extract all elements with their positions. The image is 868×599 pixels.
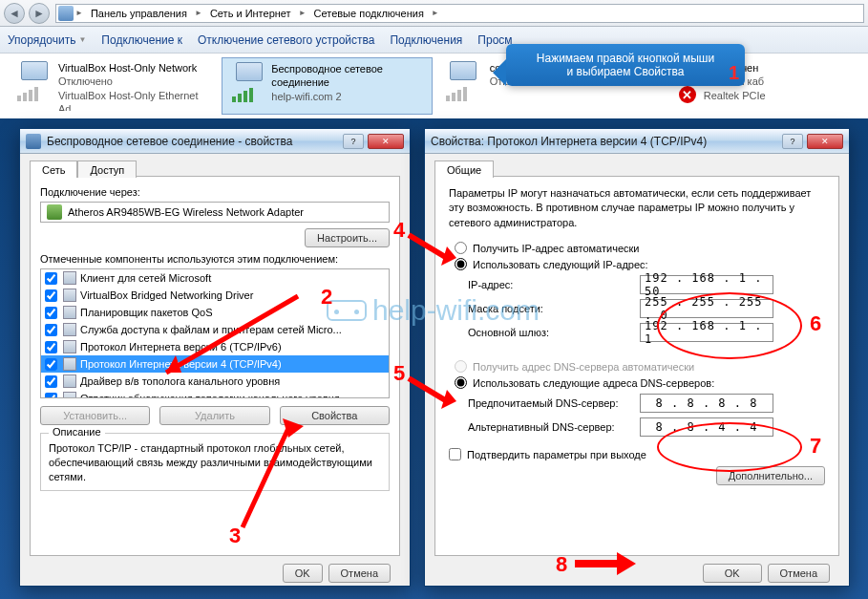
red-oval-dns — [657, 422, 802, 472]
annotation-1: 1 — [729, 62, 739, 84]
component-icon — [63, 357, 76, 371]
conn-device: VirtualBox Host-Only Ethernet Ad... — [58, 89, 210, 111]
arrow-4-icon — [405, 229, 458, 267]
ipv4-description: Параметры IP могут назначаться автоматич… — [449, 186, 825, 230]
radio-ip-manual[interactable]: Использовать следующий IP-адрес: — [455, 258, 825, 270]
tb-rename[interactable]: Подключения — [390, 33, 462, 47]
install-button[interactable]: Установить... — [40, 406, 150, 425]
tab-network[interactable]: Сеть — [30, 160, 77, 178]
network-adapter-icon — [444, 61, 484, 101]
conn-name: VirtualBox Host-Only Network — [58, 61, 210, 75]
disconnected-icon: ✕ — [679, 86, 696, 103]
annotation-6: 6 — [810, 311, 821, 336]
cancel-button[interactable]: Отмена — [328, 564, 391, 583]
cancel-button[interactable]: Отмена — [768, 564, 830, 583]
dialog-title: Беспроводное сетевое соединение - свойст… — [47, 135, 293, 148]
address-bar: ◄ ► ► Панель управления ► Сеть и Интерне… — [0, 0, 868, 27]
component-icon — [63, 323, 76, 336]
description-text: Протокол TCP/IP - стандартный протокол г… — [49, 441, 381, 484]
annotation-8: 8 — [556, 552, 567, 577]
forward-button[interactable]: ► — [29, 3, 50, 24]
label-ip: IP-адрес: — [468, 279, 640, 290]
component-icon — [63, 289, 76, 302]
tb-disable[interactable]: Отключение сетевого устройства — [198, 33, 374, 47]
wireless-icon — [26, 134, 41, 149]
input-ip[interactable]: 192 . 168 . 1 . 50 — [640, 275, 773, 294]
tb-view[interactable]: Просм — [477, 33, 512, 47]
chevron-right-icon: ► — [299, 9, 307, 17]
tb-organize[interactable]: Упорядочить ▼ — [8, 33, 86, 47]
list-item[interactable]: Клиент для сетей Microsoft — [41, 269, 389, 287]
help-button[interactable]: ? — [343, 134, 364, 149]
chevron-right-icon: ► — [195, 9, 202, 17]
tooltip-instruction: Нажимаем правой кнопкой мыши и выбираем … — [506, 44, 745, 86]
component-icon — [63, 271, 76, 285]
adapter-icon — [47, 204, 62, 220]
breadcrumb[interactable]: ► Панель управления ► Сеть и Интернет ► … — [55, 4, 864, 23]
wireless-adapter-icon — [230, 62, 265, 102]
checkbox[interactable] — [45, 358, 57, 371]
titlebar[interactable]: Свойства: Протокол Интернета версии 4 (T… — [425, 129, 849, 154]
annotation-3: 3 — [229, 524, 241, 548]
label-mask: Маска подсети: — [468, 303, 640, 314]
checkbox[interactable] — [45, 375, 57, 388]
chevron-right-icon: ► — [432, 9, 439, 17]
ok-button[interactable]: OK — [703, 564, 762, 583]
tb-connect[interactable]: Подключение к — [101, 33, 182, 47]
checkbox[interactable] — [45, 272, 57, 285]
checkbox[interactable] — [45, 289, 57, 302]
annotation-7: 7 — [810, 434, 821, 459]
checkbox[interactable] — [45, 393, 57, 399]
back-button[interactable]: ◄ — [4, 3, 25, 24]
annotation-5: 5 — [393, 361, 405, 386]
dialog-title: Свойства: Протокол Интернета версии 4 (T… — [431, 135, 707, 148]
arrow-2-icon — [164, 287, 327, 382]
label-components: Отмеченные компоненты используются этим … — [40, 253, 390, 265]
help-button[interactable]: ? — [782, 134, 803, 149]
tooltip-line1: Нажимаем правой кнопкой мыши — [516, 52, 735, 65]
titlebar[interactable]: Беспроводное сетевое соединение - свойст… — [20, 129, 410, 154]
red-oval-ip — [657, 292, 802, 359]
arrow-5-icon — [405, 373, 458, 411]
control-panel-icon — [58, 6, 74, 21]
annotation-2: 2 — [321, 285, 332, 310]
chevron-right-icon: ► — [75, 9, 83, 17]
bc-network-connections[interactable]: Сетевые подключения — [308, 5, 430, 22]
checkbox[interactable] — [45, 307, 57, 319]
label-dns2: Альтернативный DNS-сервер: — [468, 421, 640, 433]
tooltip-line2: и выбираем Свойства — [516, 65, 735, 78]
conn-name: Беспроводное сетевое соединение — [271, 62, 423, 90]
close-button[interactable]: ✕ — [368, 134, 404, 149]
close-button[interactable]: ✕ — [807, 134, 843, 149]
tab-sharing[interactable]: Доступ — [77, 160, 137, 178]
list-item[interactable]: Ответчик обнаружения топологии канальног… — [41, 390, 389, 398]
conn-wireless[interactable]: Беспроводное сетевое соединение help-wif… — [222, 57, 432, 115]
svg-rect-4 — [575, 560, 619, 567]
conn-ssid: help-wifi.com 2 — [271, 90, 423, 103]
tab-general[interactable]: Общие — [434, 160, 494, 178]
radio-dns-auto: Получить адрес DNS-сервера автоматически — [455, 360, 825, 373]
checkbox[interactable] — [45, 341, 57, 353]
checkbox[interactable] — [45, 324, 57, 336]
radio-dns-manual[interactable]: Использовать следующие адреса DNS-сервер… — [455, 376, 825, 389]
annotation-4: 4 — [393, 218, 405, 243]
conn-virtualbox[interactable]: VirtualBox Host-Only Network Отключено V… — [8, 57, 218, 115]
bc-network-internet[interactable]: Сеть и Интернет — [204, 5, 297, 22]
description-group: Описание Протокол TCP/IP - стандартный п… — [40, 433, 390, 491]
radio-ip-auto[interactable]: Получить IP-адрес автоматически — [455, 242, 825, 254]
configure-button[interactable]: Настроить... — [305, 228, 390, 247]
label-gateway: Основной шлюз: — [468, 327, 640, 338]
arrow-3-icon — [233, 417, 309, 531]
nav-arrows: ◄ ► — [4, 3, 50, 24]
component-icon — [63, 306, 76, 319]
conn-status: Отключено — [58, 75, 210, 88]
arrow-8-icon — [575, 552, 638, 575]
conn-device: Realtek PCIe — [704, 89, 766, 102]
input-dns1[interactable]: 8 . 8 . 8 . 8 — [640, 394, 773, 413]
label-dns1: Предпочитаемый DNS-сервер: — [468, 397, 640, 409]
description-title: Описание — [49, 426, 105, 438]
ok-button[interactable]: OK — [283, 564, 323, 583]
bc-control-panel[interactable]: Панель управления — [85, 5, 193, 22]
dialog-ipv4-properties: Свойства: Протокол Интернета версии 4 (T… — [424, 128, 850, 587]
network-adapter-icon — [15, 61, 53, 101]
